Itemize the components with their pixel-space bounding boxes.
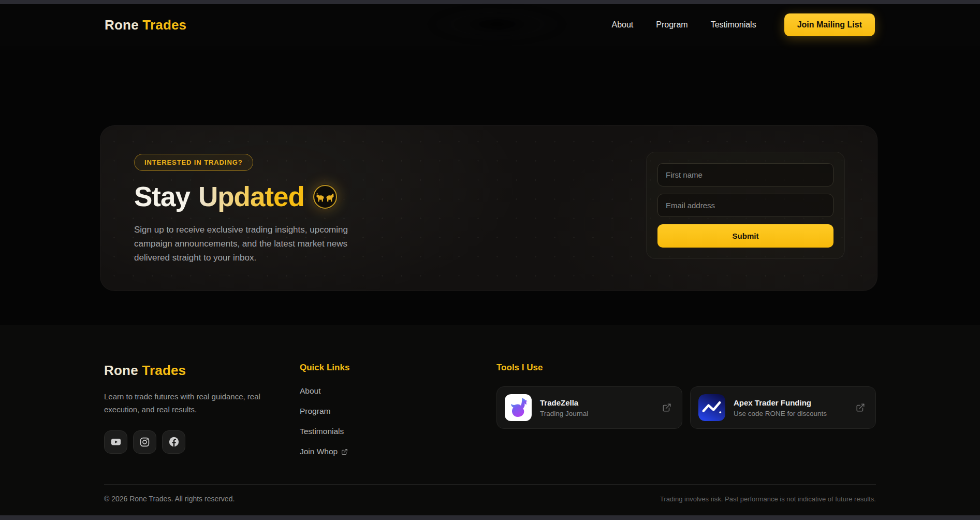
tradezella-card[interactable]: TradeZella Trading Journal xyxy=(496,386,682,429)
footer-link-program[interactable]: Program xyxy=(300,407,330,416)
signup-form: Submit xyxy=(646,152,845,259)
footer-tagline: Learn to trade futures with real guidanc… xyxy=(104,391,283,416)
heading-word-stay: Stay xyxy=(134,181,190,212)
apex-title: Apex Trader Funding xyxy=(734,398,827,407)
tools-heading: Tools I Use xyxy=(496,363,876,373)
quick-links-list: About Program Testimonials Join Whop xyxy=(300,386,496,456)
stay-updated-section: INTERESTED IN TRADING? Stay Updated xyxy=(0,46,980,325)
heading-word-updated: Updated xyxy=(198,181,304,212)
apex-trader-funding-card[interactable]: Apex Trader Funding Use code RONE for di… xyxy=(690,386,876,429)
youtube-button[interactable] xyxy=(104,430,127,454)
nav-link-testimonials[interactable]: Testimonials xyxy=(711,20,756,30)
footer-columns: Rone Trades Learn to trade futures with … xyxy=(104,363,876,456)
bottom-edge-strip xyxy=(0,515,980,520)
external-link-icon xyxy=(341,449,348,455)
tools-column: Tools I Use xyxy=(496,363,876,456)
instagram-icon xyxy=(139,437,150,447)
footer-brand-word-rone: Rone xyxy=(104,363,138,378)
newsletter-description: Sign up to receive exclusive trading ins… xyxy=(134,223,363,265)
copyright-text: © 2026 Rone Trades. All rights reserved. xyxy=(104,495,235,503)
apex-text: Apex Trader Funding Use code RONE for di… xyxy=(734,398,827,417)
facebook-button[interactable] xyxy=(162,430,185,454)
youtube-icon xyxy=(110,436,122,447)
submit-button[interactable]: Submit xyxy=(657,224,833,248)
top-edge-strip xyxy=(0,0,980,4)
nav-links: About Program Testimonials Join Mailing … xyxy=(611,13,875,36)
first-name-input[interactable] xyxy=(657,163,833,186)
join-mailing-list-button[interactable]: Join Mailing List xyxy=(784,13,875,36)
interested-in-trading-badge: INTERESTED IN TRADING? xyxy=(134,154,253,171)
footer-link-join-whop[interactable]: Join Whop xyxy=(300,447,348,456)
external-link-icon xyxy=(662,403,671,412)
nav-link-program[interactable]: Program xyxy=(656,20,688,30)
quick-links-heading: Quick Links xyxy=(300,363,496,373)
social-buttons xyxy=(104,430,300,454)
join-whop-label: Join Whop xyxy=(300,447,338,456)
footer-link-about[interactable]: About xyxy=(300,386,321,396)
tool-cards: TradeZella Trading Journal xyxy=(496,386,876,429)
quick-links-column: Quick Links About Program Testimonials J… xyxy=(300,363,496,456)
brand-word-rone: Rone xyxy=(105,17,139,33)
footer-brand-word-trades: Trades xyxy=(142,363,186,378)
apex-subtitle: Use code RONE for discounts xyxy=(734,410,827,417)
newsletter-copy: INTERESTED IN TRADING? Stay Updated xyxy=(134,154,424,265)
nav-brand-logo[interactable]: Rone Trades xyxy=(105,17,186,33)
apex-logo-icon xyxy=(698,394,725,421)
tradezella-title: TradeZella xyxy=(540,398,588,407)
instagram-button[interactable] xyxy=(133,430,156,454)
stay-updated-heading: Stay Updated xyxy=(134,181,424,212)
nav-link-about[interactable]: About xyxy=(611,20,633,30)
facebook-icon xyxy=(168,436,180,447)
external-link-icon xyxy=(856,403,865,412)
footer-brand-column: Rone Trades Learn to trade futures with … xyxy=(104,363,300,456)
footer: Rone Trades Learn to trade futures with … xyxy=(0,325,980,515)
footer-brand-logo: Rone Trades xyxy=(104,363,300,379)
footer-bottom-bar: © 2026 Rone Trades. All rights reserved.… xyxy=(104,495,876,503)
top-navigation: Rone Trades About Program Testimonials J… xyxy=(0,4,980,46)
risk-disclaimer-text: Trading involves risk. Past performance … xyxy=(660,495,876,503)
tradezella-bull-icon xyxy=(505,394,532,421)
blurred-region xyxy=(430,7,564,41)
brand-word-trades: Trades xyxy=(142,17,186,33)
tradezella-subtitle: Trading Journal xyxy=(540,410,588,417)
newsletter-card: INTERESTED IN TRADING? Stay Updated xyxy=(100,125,877,291)
footer-divider xyxy=(104,484,876,485)
bull-bear-badge-icon xyxy=(313,184,338,209)
tradezella-text: TradeZella Trading Journal xyxy=(540,398,588,417)
footer-link-testimonials[interactable]: Testimonials xyxy=(300,427,344,436)
email-input[interactable] xyxy=(657,194,833,217)
